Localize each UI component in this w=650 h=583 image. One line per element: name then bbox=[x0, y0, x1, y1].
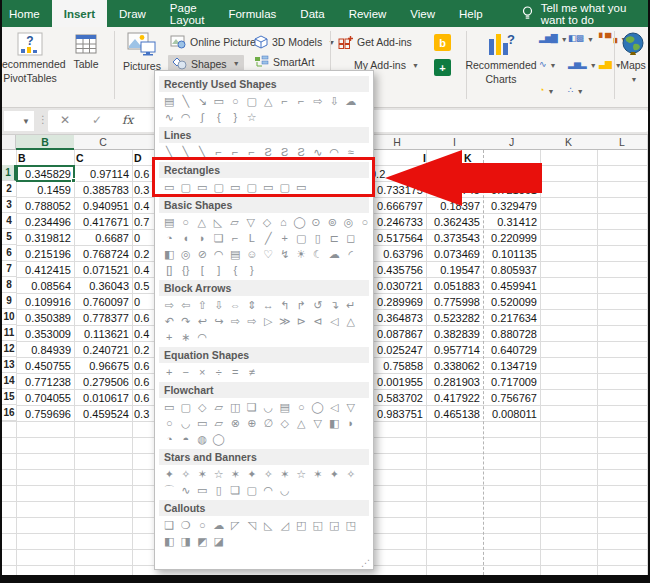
pictures-button[interactable]: Pictures bbox=[118, 32, 166, 72]
line-chart-button[interactable]: ∿▼ bbox=[539, 59, 556, 69]
shape-item[interactable]: ∿ bbox=[178, 483, 195, 498]
shape-item[interactable]: △ bbox=[260, 94, 277, 109]
shape-item[interactable]: ◎ bbox=[340, 215, 356, 230]
shape-item[interactable]: ▢ bbox=[244, 94, 261, 109]
cell-C15[interactable]: 0.010617 bbox=[74, 390, 133, 406]
row-header-4[interactable]: 4 bbox=[2, 213, 16, 229]
cell-H10[interactable]: 0.364873 bbox=[368, 310, 427, 326]
cell-I9[interactable]: 0.775998 bbox=[426, 294, 484, 310]
name-box-arrow[interactable]: ▼ bbox=[22, 117, 30, 126]
recommended-pivottables-button[interactable]: ? Recommended PivotTables bbox=[0, 32, 62, 84]
shape-item[interactable]: ↱ bbox=[293, 298, 310, 313]
shape-item[interactable]: ⇩ bbox=[211, 298, 228, 313]
cell-C4[interactable]: 0.417671 bbox=[74, 214, 133, 230]
shape-item[interactable]: ⇨ bbox=[161, 298, 178, 313]
shape-item[interactable]: ▱ bbox=[211, 400, 228, 415]
pie-chart-button[interactable]: ◔▼ bbox=[539, 85, 554, 95]
shape-item[interactable]: ✦ bbox=[326, 467, 343, 482]
shape-item[interactable]: ⊏ bbox=[326, 231, 343, 246]
shape-item[interactable]: ◇ bbox=[194, 400, 211, 415]
cell-I4[interactable]: 0.362435 bbox=[426, 214, 484, 230]
cell-J5[interactable]: 0.220999 bbox=[483, 230, 541, 246]
tab-review[interactable]: Review bbox=[337, 0, 399, 27]
name-box[interactable]: ▼ bbox=[4, 111, 34, 131]
shape-item[interactable]: L bbox=[244, 231, 261, 246]
shape-item[interactable]: ◠ bbox=[211, 247, 228, 262]
shape-item[interactable]: { bbox=[227, 263, 244, 278]
shape-item[interactable]: ↘ bbox=[194, 94, 211, 109]
shape-item[interactable]: × bbox=[194, 365, 211, 380]
maps-button[interactable]: Maps ▼ bbox=[614, 31, 650, 85]
tab-view[interactable]: View bbox=[398, 0, 447, 27]
cell-B11[interactable]: 0.353009 bbox=[16, 326, 75, 342]
shape-item[interactable]: ✦ bbox=[161, 467, 178, 482]
shape-item[interactable]: ⊙ bbox=[308, 215, 324, 230]
row-header-12[interactable]: 12 bbox=[2, 341, 16, 357]
cell-B9[interactable]: 0.109916 bbox=[16, 294, 75, 310]
shape-item[interactable]: ✶ bbox=[277, 467, 294, 482]
cell-J16[interactable]: 0.008011 bbox=[483, 406, 541, 422]
shape-item[interactable]: + bbox=[277, 231, 294, 246]
cell-H4[interactable]: 0.246733 bbox=[368, 214, 427, 230]
shape-item[interactable]: ╱ bbox=[260, 231, 277, 246]
cell-B10[interactable]: 0.350389 bbox=[16, 310, 75, 326]
shape-item[interactable]: ◡ bbox=[277, 483, 294, 498]
cell-J12[interactable]: 0.640729 bbox=[483, 342, 541, 358]
shape-item[interactable]: ⊚ bbox=[324, 215, 340, 230]
row-header-15[interactable]: 15 bbox=[2, 389, 16, 405]
shape-item[interactable]: ♡ bbox=[260, 247, 277, 262]
cell-I6[interactable]: 0.073469 bbox=[426, 246, 484, 262]
shape-item[interactable]: ◇ bbox=[259, 215, 275, 230]
shape-item[interactable]: ◫ bbox=[227, 400, 244, 415]
shape-item[interactable]: ⊳ bbox=[293, 314, 310, 329]
row-header-1[interactable]: 1 bbox=[2, 165, 16, 181]
shape-item[interactable]: } bbox=[227, 110, 244, 125]
shape-item[interactable]: ⇔ bbox=[227, 298, 244, 313]
shape-item[interactable]: ◜ bbox=[343, 247, 360, 262]
cell-C9[interactable]: 0.760097 bbox=[74, 294, 133, 310]
cell-I13[interactable]: 0.338062 bbox=[426, 358, 484, 374]
enter-icon[interactable]: ✓ bbox=[92, 113, 102, 127]
shape-item[interactable]: ✦ bbox=[244, 467, 261, 482]
row-header-16[interactable]: 16 bbox=[2, 405, 16, 421]
shape-item[interactable]: ◡ bbox=[260, 400, 277, 415]
shape-item[interactable]: ☁ bbox=[326, 247, 343, 262]
shape-item[interactable]: ▤ bbox=[161, 215, 177, 230]
shape-item[interactable]: ☆ bbox=[244, 110, 261, 125]
cell-I7[interactable]: 0.19547 bbox=[426, 262, 484, 278]
cell-B3[interactable]: 0.788052 bbox=[16, 198, 75, 214]
cell-I16[interactable]: 0.465138 bbox=[426, 406, 484, 422]
cell-H9[interactable]: 0.289969 bbox=[368, 294, 427, 310]
cell-I10[interactable]: 0.523282 bbox=[426, 310, 484, 326]
shape-item[interactable]: ≠ bbox=[244, 365, 261, 380]
shape-item[interactable]: ◲ bbox=[326, 518, 343, 533]
shape-item[interactable]: ↔ bbox=[260, 298, 277, 313]
cell-H11[interactable]: 0.087867 bbox=[368, 326, 427, 342]
cell-J13[interactable]: 0.134719 bbox=[483, 358, 541, 374]
cell-C8[interactable]: 0.36043 bbox=[74, 278, 133, 294]
cell-J14[interactable]: 0.717009 bbox=[483, 374, 541, 390]
shape-item[interactable]: ◧ bbox=[161, 534, 178, 549]
shape-item[interactable]: ◩ bbox=[194, 534, 211, 549]
shape-item[interactable]: ◗ bbox=[343, 416, 360, 431]
shape-item[interactable]: ▭ bbox=[194, 483, 211, 498]
cell-I11[interactable]: 0.382839 bbox=[426, 326, 484, 342]
shape-item[interactable]: ○ bbox=[227, 94, 244, 109]
shape-item[interactable]: ⌂ bbox=[275, 215, 291, 230]
shape-item[interactable]: △ bbox=[343, 314, 360, 329]
shape-item[interactable]: ◱ bbox=[310, 518, 327, 533]
cell-H15[interactable]: 0.583702 bbox=[368, 390, 427, 406]
shape-item[interactable]: △ bbox=[194, 215, 210, 230]
shape-item[interactable]: ▷ bbox=[260, 314, 277, 329]
shape-item[interactable]: ↰ bbox=[277, 298, 294, 313]
shape-item[interactable]: ◯ bbox=[310, 400, 327, 415]
cell-B16[interactable]: 0.759696 bbox=[16, 406, 75, 422]
shape-item[interactable]: [ bbox=[194, 263, 211, 278]
column-header-K[interactable]: K bbox=[540, 135, 598, 150]
column-header-B[interactable]: B bbox=[16, 135, 75, 150]
shape-item[interactable]: ↯ bbox=[277, 247, 294, 262]
shape-item[interactable]: ≫ bbox=[277, 314, 294, 329]
shape-item[interactable]: ╲ bbox=[178, 94, 195, 109]
shape-item[interactable]: ◰ bbox=[293, 518, 310, 533]
cell-H6[interactable]: 0.63796 bbox=[368, 246, 427, 262]
